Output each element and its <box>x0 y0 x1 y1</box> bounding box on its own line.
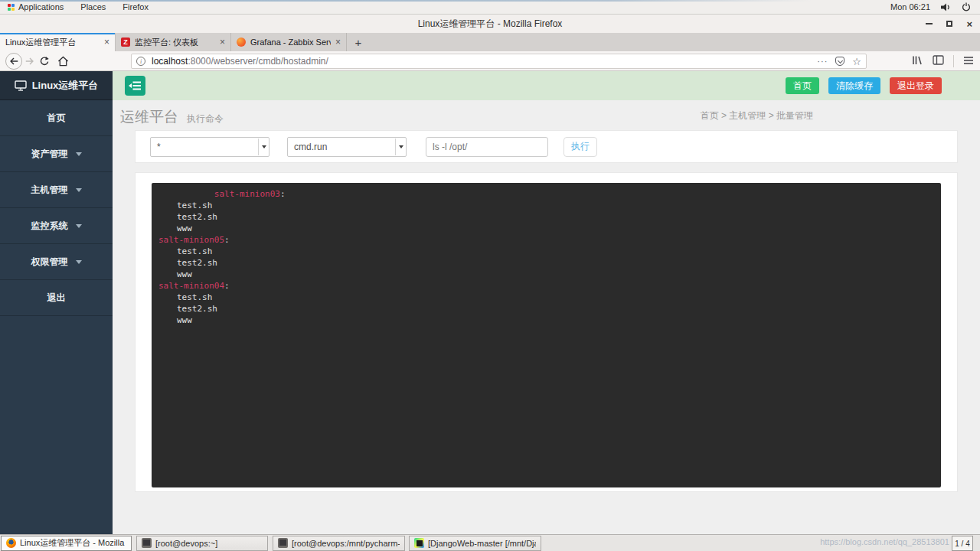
menu-hamburger-icon[interactable] <box>963 54 974 68</box>
target-select[interactable]: * <box>150 137 270 157</box>
chevron-down-icon <box>76 260 82 264</box>
site-info-icon[interactable]: i <box>136 57 145 66</box>
output-line: www <box>158 223 934 234</box>
sidebar-item-permissions[interactable]: 权限管理 <box>0 244 113 280</box>
minion-host: salt-minion03 <box>214 189 280 199</box>
url-path: :8000/webserver/cmdb/hostadmin/ <box>188 56 328 67</box>
command-form-panel: * cmd.run 执行 <box>135 130 958 163</box>
sidebar-item-monitoring[interactable]: 监控系统 <box>0 208 113 244</box>
desktop-screen: Applications Places Firefox Mon 06:21 Li… <box>0 0 980 551</box>
places-menu-label: Places <box>80 2 106 11</box>
output-line: test.sh <box>158 246 934 257</box>
firefox-appmenu-label: Firefox <box>122 2 149 11</box>
command-input[interactable] <box>426 137 548 157</box>
sidebar-item-label: 退出 <box>47 292 66 305</box>
sidebar-item-hosts[interactable]: 主机管理 <box>0 172 113 208</box>
page-title: 运维平台 <box>120 107 178 127</box>
tab-close-icon[interactable]: × <box>331 37 341 47</box>
select-arrow-icon <box>258 139 269 155</box>
monitor-icon <box>15 80 27 91</box>
grafana-favicon <box>237 37 246 47</box>
page-actions-icon[interactable]: ··· <box>817 57 828 66</box>
tab-close-icon[interactable]: × <box>215 37 225 47</box>
taskbar-terminal-window-1[interactable]: [root@devops:~] <box>136 536 268 551</box>
browser-viewport: Linux运维平台 首页 资产管理 主机管理 监控系统 权限管理 <box>0 71 980 534</box>
url-bar[interactable]: i localhost:8000/webserver/cmdb/hostadmi… <box>131 54 867 69</box>
sidebar-toggle-icon[interactable] <box>933 54 944 68</box>
applications-menu[interactable]: Applications <box>8 2 64 11</box>
library-icon[interactable] <box>911 54 923 69</box>
firefox-icon <box>6 538 16 548</box>
select-arrow-icon <box>395 139 406 155</box>
chevron-down-icon <box>76 224 82 228</box>
terminal-icon <box>278 538 288 548</box>
chevron-down-icon <box>76 188 82 192</box>
tab-close-icon[interactable]: × <box>100 37 109 47</box>
output-line: test.sh <box>158 292 934 303</box>
clear-cache-button[interactable]: 清除缓存 <box>828 77 880 94</box>
sidebar-item-logout[interactable]: 退出 <box>0 280 113 316</box>
app-logo[interactable]: Linux运维平台 <box>0 71 113 100</box>
window-title: Linux运维管理平台 - Mozilla Firefox <box>418 18 563 31</box>
output-line: test2.sh <box>158 257 934 269</box>
logout-button[interactable]: 退出登录 <box>890 77 942 94</box>
reload-button[interactable] <box>36 51 53 71</box>
firefox-appmenu[interactable]: Firefox <box>122 2 149 11</box>
applications-menu-label: Applications <box>18 2 64 11</box>
colon: : <box>280 189 286 199</box>
sidebar-item-label: 监控系统 <box>31 220 68 233</box>
pocket-icon[interactable] <box>835 57 844 66</box>
tab-title: Linux运维管理平台 <box>5 37 100 48</box>
nav-bar: i localhost:8000/webserver/cmdb/hostadmi… <box>0 51 980 71</box>
app-logo-label: Linux运维平台 <box>32 79 99 93</box>
tab-grafana[interactable]: Grafana - Zabbix Server D × <box>231 33 347 51</box>
zabbix-favicon: Z <box>121 37 130 47</box>
taskbar-window-title: [root@devops:~] <box>155 539 217 548</box>
module-select-value: cmd.run <box>294 142 327 152</box>
tab-ops-platform[interactable]: Linux运维管理平台 × <box>0 33 116 51</box>
command-output-terminal[interactable]: salt-minion03: test.sh test2.sh www salt… <box>152 183 941 487</box>
bookmark-star-icon[interactable]: ☆ <box>852 57 861 67</box>
indent <box>158 189 214 199</box>
maximize-icon[interactable] <box>946 21 952 27</box>
close-icon[interactable]: × <box>966 19 972 29</box>
power-icon[interactable] <box>962 2 971 11</box>
workspace-switcher[interactable]: 1 / 4 <box>952 536 973 551</box>
places-menu[interactable]: Places <box>80 2 106 11</box>
home-button-header[interactable]: 首页 <box>786 77 819 94</box>
taskbar-terminal-window-2[interactable]: [root@devops:/mnt/pycharm-2019... <box>273 536 405 551</box>
sidebar-item-home[interactable]: 首页 <box>0 100 113 136</box>
forward-icon <box>24 56 35 67</box>
sidebar-item-label: 主机管理 <box>31 184 68 197</box>
gnome-top-bar: Applications Places Firefox Mon 06:21 <box>0 0 980 15</box>
tab-zabbix-dashboard[interactable]: Z 监控平台: 仪表板 × <box>116 33 231 51</box>
module-select[interactable]: cmd.run <box>287 137 407 157</box>
output-line: www <box>158 315 934 326</box>
app-sidebar: Linux运维平台 首页 资产管理 主机管理 监控系统 权限管理 <box>0 71 113 534</box>
tab-title: 监控平台: 仪表板 <box>135 37 215 48</box>
window-taskbar: Linux运维管理平台 - Mozilla Firefox [root@devo… <box>0 534 980 551</box>
firefox-titlebar[interactable]: Linux运维管理平台 - Mozilla Firefox × <box>0 15 980 33</box>
sidebar-item-label: 权限管理 <box>31 256 68 269</box>
breadcrumb[interactable]: 首页 > 主机管理 > 批量管理 <box>701 109 813 122</box>
output-line: www <box>158 269 934 280</box>
page-header: 运维平台 执行命令 首页 > 主机管理 > 批量管理 <box>113 100 980 130</box>
page-subtitle: 执行命令 <box>187 112 224 126</box>
home-button[interactable] <box>54 51 72 71</box>
taskbar-window-title: [DjangoWeb-master [/mnt/DjangoW... <box>428 539 536 548</box>
target-select-value: * <box>157 142 161 152</box>
clock[interactable]: Mon 06:21 <box>890 2 930 11</box>
url-text[interactable]: localhost:8000/webserver/cmdb/hostadmin/ <box>152 56 328 67</box>
run-button[interactable]: 执行 <box>564 137 597 157</box>
sidebar-collapse-button[interactable] <box>125 76 145 96</box>
volume-icon[interactable] <box>941 3 951 11</box>
output-panel: salt-minion03: test.sh test2.sh www salt… <box>135 172 958 492</box>
sidebar-item-assets[interactable]: 资产管理 <box>0 136 113 172</box>
new-tab-button[interactable]: + <box>347 33 370 51</box>
taskbar-pycharm-window[interactable]: [DjangoWeb-master [/mnt/DjangoW... <box>409 536 541 551</box>
sidebar-item-label: 首页 <box>47 112 66 125</box>
minimize-icon[interactable] <box>926 23 933 24</box>
minion-host: salt-minion04 <box>158 281 224 291</box>
minion-host: salt-minion05 <box>158 235 224 245</box>
taskbar-firefox-window[interactable]: Linux运维管理平台 - Mozilla Firefox <box>1 536 132 551</box>
